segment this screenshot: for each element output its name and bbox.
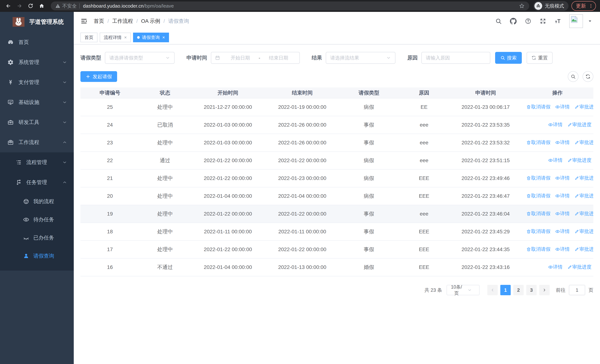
help-icon[interactable] (525, 18, 531, 24)
detail-action-link[interactable]: 详情 (555, 104, 570, 110)
cancel-action-link[interactable]: 取消请假 (526, 228, 550, 235)
detail-action-link[interactable]: 详情 (555, 228, 570, 235)
detail-action-link[interactable]: 详情 (555, 193, 570, 199)
sidebar-item-my-process[interactable]: 我的流程 (0, 192, 74, 211)
progress-action-link[interactable]: 审批进度 (574, 228, 593, 235)
cell-end_time: 2022-01-04 00:00:00 (265, 187, 339, 205)
apply-time-range-picker[interactable]: 开始日期 - 结束日期 (211, 52, 300, 64)
sidebar-item-devtools[interactable]: 研发工具 (0, 112, 74, 132)
reason-input[interactable] (421, 52, 490, 64)
goto-page-input[interactable] (569, 285, 585, 295)
page-button-3[interactable]: 3 (526, 285, 537, 295)
edit-icon (574, 194, 579, 198)
avatar[interactable] (569, 14, 583, 28)
page-size-select[interactable]: 10条/页 (447, 285, 479, 295)
browser-menu-icon[interactable] (589, 3, 593, 8)
cancel-action-link[interactable]: 取消请假 (526, 139, 550, 146)
progress-action-link[interactable]: 审批进度 (574, 246, 593, 252)
browser-forward-button[interactable] (15, 2, 24, 10)
broken-image-icon (570, 15, 579, 24)
toggle-search-button[interactable] (568, 71, 579, 82)
search-button[interactable]: 搜索 (495, 52, 522, 64)
sidebar-item-label: 首页 (19, 39, 29, 46)
result-select[interactable]: 请选择流结果 (326, 52, 395, 64)
sidebar-item-system[interactable]: 系统管理 (0, 52, 74, 72)
sidebar-item-task-mgmt[interactable]: 任务管理 (0, 172, 74, 192)
tab-请假查询[interactable]: 请假查询× (133, 33, 169, 42)
detail-action-link[interactable]: 详情 (555, 246, 570, 252)
cell-status: 处理中 (139, 98, 191, 116)
browser-back-button[interactable] (4, 2, 13, 10)
next-page-button[interactable] (539, 285, 550, 295)
address-bar[interactable]: 不安全 dashboard.yudao.iocoder.cn/bpm/oa/le… (51, 1, 529, 10)
sidebar-item-process-mgmt[interactable]: 流程管理 (0, 152, 74, 172)
detail-action-link[interactable]: 详情 (555, 139, 570, 146)
refresh-table-button[interactable] (582, 71, 593, 82)
cell-id: 22 (80, 152, 139, 169)
cancel-action-link[interactable]: 取消请假 (526, 193, 550, 199)
tab-流程详情[interactable]: 流程详情× (100, 33, 131, 42)
detail-action-link[interactable]: 详情 (555, 210, 570, 217)
page-content: 请假类型 请选择请假类型 申请时间 开始日期 - 结束日期 结果 请选择流结果 (74, 45, 600, 364)
sidebar-collapse-icon[interactable] (80, 18, 87, 25)
bookmark-star-icon[interactable] (519, 3, 525, 9)
cancel-action-link[interactable]: 取消请假 (526, 210, 550, 217)
tab-首页[interactable]: 首页 (80, 33, 97, 42)
sidebar-item-workflow[interactable]: 工作流程 (0, 132, 74, 152)
cell-apply_time: 2022-01-22 23:51:15 (450, 152, 522, 169)
cell-start_time: 2022-01-22 00:00:00 (191, 169, 265, 187)
breadcrumb-item[interactable]: 工作流程 (112, 18, 133, 25)
eye-icon (555, 140, 560, 145)
fullscreen-icon[interactable] (540, 18, 546, 24)
detail-action-link[interactable]: 详情 (548, 157, 562, 163)
breadcrumb-item[interactable]: OA 示例 (141, 18, 160, 25)
table-body: 25处理中2021-12-27 00:00:002022-01-19 00:00… (80, 98, 593, 276)
browser-home-button[interactable] (38, 2, 46, 10)
cell-actions: 取消请假详情审批进度 (521, 187, 593, 205)
progress-action-link[interactable]: 审批进度 (567, 121, 591, 128)
progress-action-link[interactable]: 审批进度 (574, 210, 593, 217)
sidebar-item-payment[interactable]: 支付管理 (0, 72, 74, 92)
table-row: 24已取消2022-01-03 00:00:002022-01-26 00:00… (80, 116, 593, 134)
progress-action-link[interactable]: 审批进度 (567, 264, 591, 270)
page-button-1[interactable]: 1 (500, 285, 511, 295)
cell-status: 处理中 (139, 241, 191, 258)
devtools-icon (7, 119, 14, 125)
cancel-action-link[interactable]: 取消请假 (526, 246, 550, 252)
detail-action-link[interactable]: 详情 (548, 264, 562, 270)
cell-start_time: 2021-12-27 00:00:00 (191, 98, 265, 116)
detail-action-link[interactable]: 详情 (548, 121, 562, 128)
sidebar-item-done-task[interactable]: 已办任务 (0, 229, 74, 247)
cell-end_time: 2022-01-22 00:00:00 (265, 205, 339, 223)
cell-end_time: 2022-01-13 00:00:00 (265, 258, 339, 276)
detail-action-link[interactable]: 详情 (555, 175, 570, 181)
github-icon[interactable] (510, 18, 517, 24)
chevron-down-icon[interactable] (587, 19, 593, 24)
browser-update-button[interactable]: 更新 (572, 1, 596, 11)
sidebar-item-leave-query[interactable]: 请假查询 (0, 247, 74, 265)
progress-action-link[interactable]: 审批进度 (567, 157, 591, 163)
sidebar-item-home[interactable]: 首页 (0, 32, 74, 52)
forward-icon (17, 3, 22, 9)
progress-action-link[interactable]: 审批进度 (574, 139, 593, 146)
progress-action-link[interactable]: 审批进度 (574, 193, 593, 199)
cell-end_time: 2022-01-26 00:00:00 (265, 134, 339, 152)
breadcrumb-item[interactable]: 首页 (94, 18, 104, 25)
progress-action-link[interactable]: 审批进度 (574, 104, 593, 110)
cancel-action-link[interactable]: 取消请假 (526, 104, 550, 110)
close-icon[interactable]: × (162, 35, 165, 40)
cancel-action-link[interactable]: 取消请假 (526, 175, 550, 181)
create-leave-button[interactable]: 发起请假 (80, 71, 117, 82)
progress-action-link[interactable]: 审批进度 (574, 175, 593, 181)
close-icon[interactable]: × (124, 35, 127, 40)
prev-page-button[interactable] (487, 285, 498, 295)
sidebar-item-todo-task[interactable]: 待办任务 (0, 211, 74, 229)
pagination: 共 23 条 10条/页 123 前往 页 (80, 285, 593, 295)
reset-button[interactable]: 重置 (527, 52, 553, 64)
leave-type-select[interactable]: 请选择请假类型 (105, 52, 175, 64)
sidebar-item-infra[interactable]: 基础设施 (0, 92, 74, 112)
font-size-icon[interactable] (554, 18, 561, 24)
browser-reload-button[interactable] (26, 2, 35, 10)
page-button-2[interactable]: 2 (513, 285, 524, 295)
search-icon[interactable] (495, 18, 502, 24)
